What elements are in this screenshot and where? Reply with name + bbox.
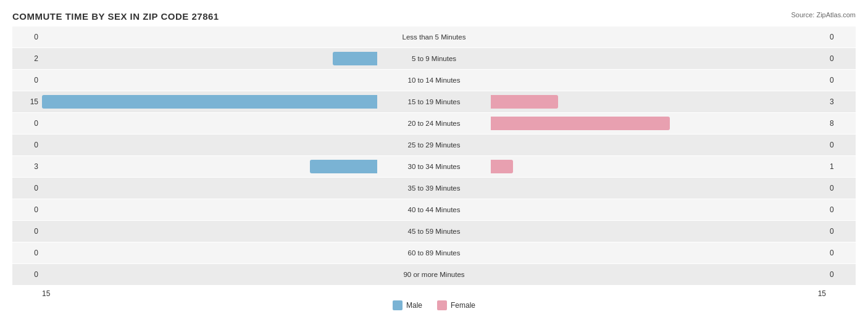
chart-row: 0Less than 5 Minutes0: [12, 27, 856, 47]
axis-row: 15 15: [12, 289, 856, 298]
female-value: 8: [826, 119, 856, 128]
chart-title: COMMUTE TIME BY SEX IN ZIP CODE 27861: [12, 11, 856, 22]
axis-left: 15: [42, 289, 50, 298]
bar-female: [491, 95, 558, 109]
female-value: 3: [826, 97, 856, 106]
male-value: 0: [12, 205, 42, 214]
female-value: 0: [826, 33, 856, 41]
chart-row: 025 to 29 Minutes0: [12, 134, 856, 155]
female-value: 0: [826, 76, 856, 85]
legend-male-box: [393, 300, 403, 310]
male-value: 2: [12, 54, 42, 63]
source-label: Source: ZipAtlas.com: [791, 11, 856, 19]
legend: Male Female: [12, 300, 856, 310]
male-value: 3: [12, 162, 42, 171]
chart-row: 010 to 14 Minutes0: [12, 70, 856, 91]
bar-male: [310, 160, 377, 173]
chart-row: 020 to 24 Minutes8: [12, 113, 856, 134]
male-value: 0: [12, 119, 42, 128]
male-value: 0: [12, 227, 42, 236]
row-label: 60 to 89 Minutes: [378, 249, 490, 257]
row-label: 45 to 59 Minutes: [378, 228, 490, 235]
bar-female: [491, 117, 670, 130]
row-label: 10 to 14 Minutes: [378, 76, 490, 84]
bar-male: [333, 52, 377, 65]
female-value: 1: [826, 162, 856, 171]
male-value: 15: [12, 97, 42, 106]
chart-row: 1515 to 19 Minutes3: [12, 91, 856, 112]
chart-row: 060 to 89 Minutes0: [12, 242, 856, 263]
legend-female-item: Female: [437, 300, 475, 310]
row-label: 40 to 44 Minutes: [378, 206, 490, 213]
row-label: 30 to 34 Minutes: [378, 163, 490, 170]
male-value: 0: [12, 270, 42, 279]
row-label: 15 to 19 Minutes: [378, 98, 490, 105]
chart-row: 045 to 59 Minutes0: [12, 221, 856, 242]
row-label: 25 to 29 Minutes: [378, 141, 490, 149]
legend-female-box: [437, 300, 447, 310]
chart-row: 035 to 39 Minutes0: [12, 178, 856, 199]
row-label: 20 to 24 Minutes: [378, 120, 490, 127]
male-value: 0: [12, 76, 42, 85]
female-value: 0: [826, 227, 856, 236]
legend-male-item: Male: [393, 300, 422, 310]
row-label: 90 or more Minutes: [378, 271, 490, 278]
bar-male: [42, 95, 377, 109]
male-value: 0: [12, 184, 42, 192]
row-label: 5 to 9 Minutes: [378, 55, 490, 62]
chart-area: 0Less than 5 Minutes025 to 9 Minutes0010…: [12, 27, 856, 286]
female-value: 0: [826, 205, 856, 214]
female-value: 0: [826, 141, 856, 149]
chart-row: 090 or more Minutes0: [12, 264, 856, 285]
male-value: 0: [12, 249, 42, 257]
row-label: 35 to 39 Minutes: [378, 184, 490, 192]
male-value: 0: [12, 141, 42, 149]
row-label: Less than 5 Minutes: [378, 33, 490, 41]
female-value: 0: [826, 249, 856, 257]
male-value: 0: [12, 33, 42, 41]
female-value: 0: [826, 184, 856, 192]
chart-row: 330 to 34 Minutes1: [12, 156, 856, 177]
legend-male-label: Male: [406, 301, 422, 310]
female-value: 0: [826, 54, 856, 63]
legend-female-label: Female: [451, 301, 475, 310]
chart-container: COMMUTE TIME BY SEX IN ZIP CODE 27861 So…: [0, 0, 868, 322]
axis-right: 15: [818, 289, 826, 298]
chart-row: 040 to 44 Minutes0: [12, 199, 856, 220]
female-value: 0: [826, 270, 856, 279]
chart-row: 25 to 9 Minutes0: [12, 48, 856, 69]
bar-female: [491, 160, 513, 173]
